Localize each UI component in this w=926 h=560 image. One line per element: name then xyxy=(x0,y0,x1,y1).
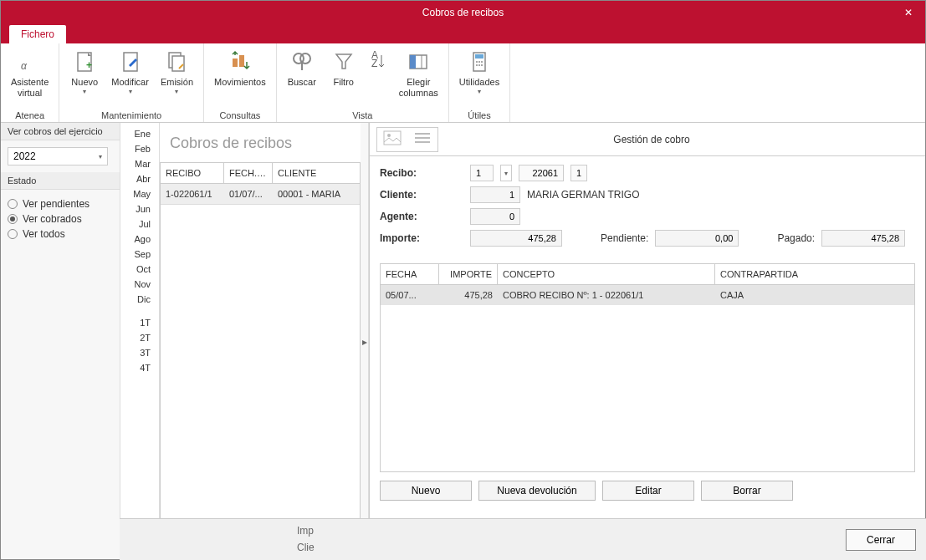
section-header-estado: Estado xyxy=(1,172,120,190)
col-fecha[interactable]: FECH. ... xyxy=(224,163,273,183)
month-ene[interactable]: Ene xyxy=(120,126,159,141)
radio-icon xyxy=(8,199,18,209)
chevron-down-icon[interactable]: ▾ xyxy=(500,165,512,181)
month-oct[interactable]: Oct xyxy=(120,262,159,277)
quarter-4t[interactable]: 4T xyxy=(120,360,159,375)
ribbon-group-label: Mantenimiento xyxy=(64,109,198,120)
col-contrapartida[interactable]: CONTRAPARTIDA xyxy=(715,264,914,284)
estado-radio-group: Ver pendientes Ver cobrados Ver todos xyxy=(1,190,120,248)
pendiente-input xyxy=(655,230,739,247)
form-row-cliente: Cliente: MARIA GERMAN TRIGO xyxy=(380,186,915,203)
svg-rect-6 xyxy=(233,59,238,67)
cliente-nombre: MARIA GERMAN TRIGO xyxy=(527,189,639,201)
quarter-1t[interactable]: 1T xyxy=(120,315,159,330)
ribbon-label: Utilidades xyxy=(459,77,499,88)
radio-ver-todos[interactable]: Ver todos xyxy=(8,227,113,242)
month-abr[interactable]: Abr xyxy=(120,171,159,186)
footer-line1: Imp xyxy=(130,523,315,539)
columns-icon xyxy=(405,48,432,75)
calculator-icon xyxy=(466,48,493,75)
ribbon-movimientos[interactable]: Movimientos xyxy=(209,47,271,89)
month-jun[interactable]: Jun xyxy=(120,201,159,216)
col-concepto[interactable]: CONCEPTO xyxy=(498,264,715,284)
ribbon-emision[interactable]: Emisión ▾ xyxy=(156,47,198,97)
emission-icon xyxy=(163,48,190,75)
view-list-button[interactable] xyxy=(407,128,437,151)
ribbon-group-label: Atenea xyxy=(6,109,54,120)
ribbon-group-mantenimiento: + Nuevo ▾ Modificar ▾ Emisión ▾ Mantenim… xyxy=(59,43,204,122)
detail-grid-header: FECHA IMPORTE CONCEPTO CONTRAPARTIDA xyxy=(381,264,914,285)
quarter-2t[interactable]: 2T xyxy=(120,330,159,345)
col-importe[interactable]: IMPORTE xyxy=(439,264,498,284)
recibos-grid: RECIBO FECH. ... CLIENTE 1-022061/1 01/0… xyxy=(160,162,361,536)
quarter-3t[interactable]: 3T xyxy=(120,345,159,360)
panel-expander[interactable]: ▸ xyxy=(361,123,369,560)
agente-input[interactable] xyxy=(470,208,520,225)
label-pendiente: Pendiente: xyxy=(601,232,648,244)
cell-cliente: 00001 - MARIA xyxy=(273,184,360,204)
ribbon-label: Nuevo xyxy=(71,77,98,88)
ribbon-elegir-columnas[interactable]: Elegircolumnas xyxy=(394,47,443,100)
ribbon-modificar[interactable]: Modificar ▾ xyxy=(106,47,154,97)
ribbon-asistente-virtual[interactable]: α Asistentevirtual xyxy=(6,47,54,100)
cerrar-button[interactable]: Cerrar xyxy=(846,529,916,551)
editar-button[interactable]: Editar xyxy=(602,481,694,501)
svg-point-9 xyxy=(300,53,310,64)
ribbon-label: Elegircolumnas xyxy=(399,77,438,99)
month-ago[interactable]: Ago xyxy=(120,232,159,247)
grid-header: RECIBO FECH. ... CLIENTE xyxy=(161,163,360,184)
image-icon xyxy=(383,130,402,148)
cell-fecha: 01/07/... xyxy=(224,184,273,204)
borrar-button[interactable]: Borrar xyxy=(701,481,793,501)
month-list: Ene Feb Mar Abr May Jun Jul Ago Sep Oct … xyxy=(120,123,160,560)
tab-fichero[interactable]: Fichero xyxy=(9,25,66,43)
ribbon-nuevo[interactable]: + Nuevo ▾ xyxy=(64,47,105,97)
cliente-num-input[interactable] xyxy=(470,186,520,203)
svg-text:Z: Z xyxy=(371,58,377,69)
view-image-button[interactable] xyxy=(377,128,407,151)
svg-point-17 xyxy=(476,61,478,63)
col-fecha[interactable]: FECHA xyxy=(381,264,439,284)
radio-ver-pendientes[interactable]: Ver pendientes xyxy=(8,196,113,211)
label-cliente: Cliente: xyxy=(380,189,438,201)
ribbon-sort[interactable]: AZ xyxy=(366,47,392,100)
form-row-agente: Agente: xyxy=(380,208,915,225)
col-recibo[interactable]: RECIBO xyxy=(161,163,224,183)
radio-ver-cobrados[interactable]: Ver cobrados xyxy=(8,211,113,227)
month-nov[interactable]: Nov xyxy=(120,277,159,292)
month-may[interactable]: May xyxy=(120,186,159,201)
movements-icon xyxy=(227,48,253,75)
month-spacer xyxy=(120,307,159,315)
month-dic[interactable]: Dic xyxy=(120,292,159,307)
form-row-recibo: Recibo: ▾ xyxy=(380,165,915,181)
ribbon-label: Asistentevirtual xyxy=(11,77,49,99)
recibo-suffix-input[interactable] xyxy=(570,165,587,181)
year-select[interactable]: 2022 ▾ xyxy=(8,147,108,165)
month-sep[interactable]: Sep xyxy=(120,247,159,262)
recibo-num-input[interactable] xyxy=(519,165,564,181)
close-button[interactable]: ✕ xyxy=(892,1,925,23)
ribbon-utilidades[interactable]: Utilidades ▾ xyxy=(454,47,504,97)
cell-contrapartida: CAJA xyxy=(715,285,914,305)
col-cliente[interactable]: CLIENTE xyxy=(273,163,360,183)
label-agente: Agente: xyxy=(380,211,438,222)
month-mar[interactable]: Mar xyxy=(120,156,159,171)
month-feb[interactable]: Feb xyxy=(120,141,159,156)
list-icon xyxy=(413,130,432,148)
ribbon-buscar[interactable]: Buscar xyxy=(282,47,322,100)
right-panel: Gestión de cobro Recibo: ▾ Cliente: MARI… xyxy=(369,123,925,560)
label-pagado: Pagado: xyxy=(777,232,815,244)
ribbon-filtro[interactable]: Filtro xyxy=(324,47,364,100)
recibo-serie-input[interactable] xyxy=(470,165,494,181)
ribbon-label: Movimientos xyxy=(214,77,266,88)
radio-icon xyxy=(8,229,18,239)
label-recibo: Recibo: xyxy=(380,167,438,179)
svg-point-24 xyxy=(387,134,391,137)
nuevo-button[interactable]: Nuevo xyxy=(380,481,472,501)
month-jul[interactable]: Jul xyxy=(120,216,159,232)
cell-recibo: 1-022061/1 xyxy=(161,184,224,204)
nueva-devolucion-button[interactable]: Nueva devolución xyxy=(478,481,596,501)
main-area: Ver cobros del ejercicio 2022 ▾ Estado V… xyxy=(1,123,925,560)
table-row[interactable]: 1-022061/1 01/07/... 00001 - MARIA xyxy=(161,184,360,205)
table-row[interactable]: 05/07... 475,28 COBRO RECIBO Nº: 1 - 022… xyxy=(381,285,914,305)
